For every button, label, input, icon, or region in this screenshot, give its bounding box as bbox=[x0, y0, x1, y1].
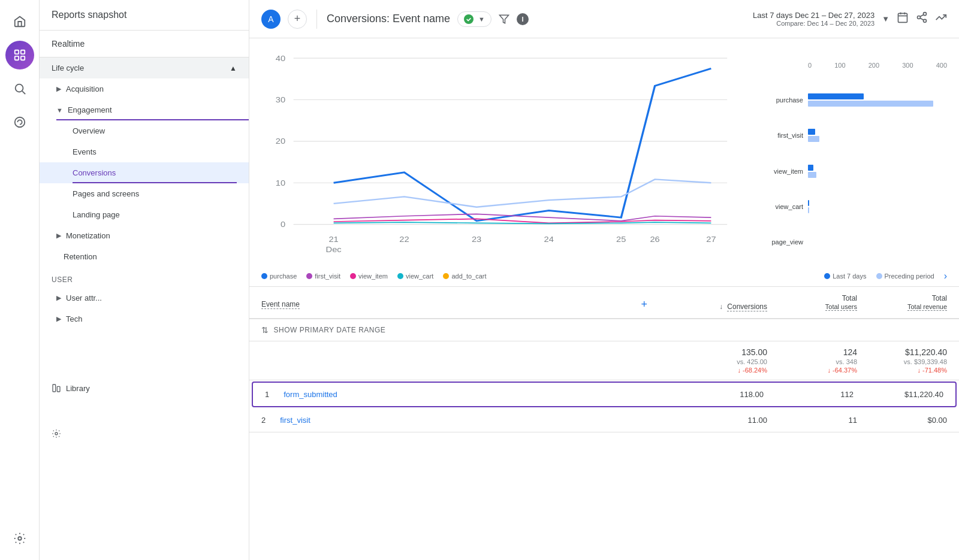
data-rows: 1 form_submitted 118.00 112 $11,220.40 2… bbox=[249, 382, 959, 432]
svg-rect-8 bbox=[53, 385, 56, 392]
bar-view-cart: view_cart bbox=[755, 200, 947, 213]
svg-point-18 bbox=[924, 19, 927, 22]
bar-chart: 0100200300400 purchase first_visit bbox=[755, 44, 947, 266]
legend-purchase: purchase bbox=[261, 271, 297, 281]
svg-text:25: 25 bbox=[616, 235, 626, 243]
calendar-icon[interactable] bbox=[897, 11, 909, 26]
date-range[interactable]: Last 7 days Dec 21 – Dec 27, 2023 Compar… bbox=[753, 11, 874, 27]
chart-legend: purchase first_visit view_item view_cart… bbox=[249, 266, 959, 287]
sidebar-engagement-group[interactable]: ▼ Engagement bbox=[40, 99, 249, 120]
table-row: 1 form_submitted 118.00 112 $11,220.40 bbox=[252, 382, 957, 407]
svg-text:0: 0 bbox=[281, 220, 286, 229]
lifecycle-collapse-icon: ▲ bbox=[230, 64, 237, 72]
row-conversions: 11.00 bbox=[647, 416, 767, 425]
add-column-icon[interactable]: + bbox=[641, 298, 647, 311]
svg-rect-0 bbox=[14, 50, 18, 54]
svg-text:Dec: Dec bbox=[326, 246, 342, 254]
sidebar-events[interactable]: Events bbox=[40, 141, 249, 162]
svg-marker-11 bbox=[500, 15, 509, 23]
sidebar-library[interactable]: Library bbox=[40, 377, 249, 399]
col-users-header: Total Total users bbox=[767, 294, 857, 311]
sidebar-retention[interactable]: Retention bbox=[40, 246, 249, 267]
row-event-link[interactable]: form_submitted bbox=[284, 390, 337, 399]
sidebar-user-attributes-group[interactable]: ▶ User attr... bbox=[40, 287, 249, 308]
sidebar-conversions[interactable]: Conversions bbox=[40, 162, 249, 183]
add-button[interactable]: + bbox=[288, 10, 307, 29]
reports-icon[interactable] bbox=[5, 41, 34, 69]
sidebar-reports-snapshot[interactable]: Reports snapshot bbox=[40, 0, 249, 31]
filter-info-icon[interactable]: I bbox=[517, 13, 529, 25]
topbar-divider bbox=[316, 10, 317, 29]
svg-text:21: 21 bbox=[328, 235, 338, 243]
expand-icon: ⇅ bbox=[261, 325, 269, 335]
user-avatar[interactable]: A bbox=[261, 10, 281, 29]
engagement-arrow-icon: ▼ bbox=[56, 107, 63, 114]
sidebar-acquisition-group[interactable]: ▶ Acquisition bbox=[40, 78, 249, 99]
date-dropdown-icon[interactable]: ▼ bbox=[882, 14, 889, 23]
sidebar-pages-screens[interactable]: Pages and screens bbox=[40, 183, 249, 204]
row-conversions: 118.00 bbox=[644, 390, 764, 399]
sidebar-user-label: User bbox=[40, 267, 249, 287]
svg-line-5 bbox=[22, 91, 25, 94]
svg-text:20: 20 bbox=[276, 137, 286, 146]
totals-revenue: $11,220.40 vs. $39,339.48 ↓ -71.48% bbox=[857, 347, 947, 374]
sidebar-settings-bottom[interactable] bbox=[40, 423, 249, 444]
bar-page-view: page_view bbox=[755, 235, 947, 249]
svg-point-6 bbox=[14, 117, 25, 128]
svg-rect-1 bbox=[20, 50, 24, 54]
totals-conversions: 135.00 vs. 425.00 ↓ -68.24% bbox=[647, 347, 767, 374]
user-attr-arrow-icon: ▶ bbox=[56, 294, 61, 302]
legend-first-visit: first_visit bbox=[306, 271, 340, 281]
row-users: 11 bbox=[767, 416, 857, 425]
sidebar-tech-group[interactable]: ▶ Tech bbox=[40, 308, 249, 329]
home-icon[interactable] bbox=[5, 7, 34, 36]
monetization-arrow-icon: ▶ bbox=[56, 232, 61, 240]
svg-text:23: 23 bbox=[472, 235, 482, 243]
svg-text:24: 24 bbox=[544, 235, 554, 243]
page-title: Conversions: Event name bbox=[327, 13, 450, 25]
table-area: Event name + ↓ Conversions Total Total u… bbox=[249, 287, 959, 560]
svg-text:26: 26 bbox=[650, 235, 660, 243]
col-revenue-header: Total Total revenue bbox=[857, 294, 947, 311]
tech-arrow-icon: ▶ bbox=[56, 315, 61, 323]
col-event-name-header: Event name + bbox=[261, 298, 647, 311]
sidebar-lifecycle-header[interactable]: Life cycle ▲ bbox=[40, 57, 249, 78]
status-badge[interactable]: ▼ bbox=[457, 11, 491, 27]
svg-point-17 bbox=[918, 16, 921, 19]
legend-last7days: Last 7 days bbox=[824, 271, 866, 281]
share-icon[interactable] bbox=[916, 11, 928, 26]
sidebar-landing-page[interactable]: Landing page bbox=[40, 204, 249, 225]
row-event-link[interactable]: first_visit bbox=[280, 416, 310, 425]
status-dropdown-icon: ▼ bbox=[478, 16, 485, 23]
legend-preceding: Preceding period bbox=[876, 271, 934, 281]
svg-text:22: 22 bbox=[399, 235, 409, 243]
advertising-icon[interactable] bbox=[5, 108, 34, 137]
svg-text:30: 30 bbox=[276, 96, 286, 104]
row-users: 112 bbox=[764, 390, 854, 399]
settings-icon[interactable] bbox=[5, 524, 34, 553]
totals-users: 124 vs. 348 ↓ -64.37% bbox=[767, 347, 857, 374]
search-nav-icon[interactable] bbox=[5, 74, 34, 103]
sidebar-realtime[interactable]: Realtime bbox=[40, 31, 249, 57]
table-row: 2 first_visit 11.00 11 $0.00 bbox=[249, 408, 959, 432]
svg-text:27: 27 bbox=[706, 235, 716, 243]
content-wrap: 40 30 20 10 0 21 22 23 24 25 26 27 Dec bbox=[249, 38, 959, 560]
main-content: A + Conversions: Event name ▼ I Last 7 d… bbox=[249, 0, 959, 560]
topbar: A + Conversions: Event name ▼ I Last 7 d… bbox=[249, 0, 959, 38]
svg-text:40: 40 bbox=[276, 55, 286, 63]
sidebar-overview[interactable]: Overview bbox=[40, 120, 249, 141]
col-conversions-header[interactable]: ↓ Conversions bbox=[647, 302, 767, 311]
legend-more-icon[interactable]: › bbox=[944, 271, 947, 281]
svg-rect-12 bbox=[898, 13, 907, 22]
svg-line-19 bbox=[920, 18, 924, 20]
svg-text:10: 10 bbox=[276, 179, 286, 187]
sidebar-monetization-group[interactable]: ▶ Monetization bbox=[40, 225, 249, 246]
show-primary-button[interactable]: ⇅ SHOW PRIMARY DATE RANGE bbox=[249, 319, 959, 341]
sidebar: Reports snapshot Realtime Life cycle ▲ ▶… bbox=[40, 0, 249, 560]
filter-button[interactable] bbox=[499, 14, 509, 25]
trend-icon[interactable] bbox=[935, 11, 947, 26]
legend-view-item: view_item bbox=[350, 271, 388, 281]
topbar-actions bbox=[897, 11, 947, 26]
row-number: 2 bbox=[261, 416, 266, 425]
bar-purchase: purchase bbox=[755, 93, 947, 107]
